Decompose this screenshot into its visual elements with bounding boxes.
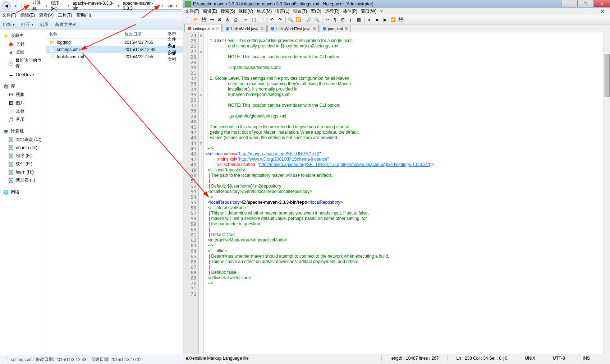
- menu-edit[interactable]: 编辑(E): [20, 12, 35, 18]
- close-tab-icon[interactable]: ⊠: [216, 26, 219, 30]
- nav-desktop[interactable]: 🖥桌面: [0, 48, 46, 56]
- func-list-icon[interactable]: ƒ: [347, 16, 354, 23]
- fast-icon[interactable]: ⏩: [389, 16, 396, 23]
- nav-drive-e[interactable]: 💽程序 (E:): [0, 152, 46, 160]
- nav-back-button[interactable]: ◀: [1, 1, 11, 10]
- col-name[interactable]: 名称: [49, 31, 124, 37]
- menu-view[interactable]: 查看(V): [39, 12, 54, 18]
- dirty-dot-icon: [188, 27, 191, 30]
- record-icon[interactable]: ●: [366, 16, 373, 23]
- vertical-scrollbar[interactable]: [604, 32, 610, 354]
- copy-icon[interactable]: 📋: [250, 16, 257, 23]
- redo-icon[interactable]: ↷: [276, 16, 284, 23]
- drive-icon: 💽: [8, 145, 14, 151]
- menu-tools[interactable]: 工具(T): [58, 12, 72, 18]
- close-file-icon[interactable]: ✖: [216, 16, 223, 23]
- undo-icon[interactable]: ↶: [269, 16, 276, 23]
- print-icon[interactable]: 🖨: [232, 16, 239, 23]
- save-macro-icon[interactable]: 💾: [397, 16, 404, 23]
- menu-edit[interactable]: 编辑(E): [203, 8, 217, 14]
- col-date[interactable]: 修改日期: [124, 31, 168, 37]
- close-tab-icon[interactable]: ⊠: [261, 27, 263, 31]
- menu-settings[interactable]: 设置(T): [293, 8, 307, 14]
- doc-map-icon[interactable]: ▦: [355, 16, 362, 23]
- menu-help[interactable]: 帮助(H): [77, 12, 91, 18]
- recent-icon: 🕓: [8, 61, 13, 66]
- nav-downloads[interactable]: 📥下载: [0, 40, 46, 48]
- nav-network[interactable]: 🌐网络: [0, 188, 46, 196]
- close-tab-icon[interactable]: ⊠: [313, 27, 316, 31]
- menu-plugins[interactable]: 插件(P): [343, 8, 357, 14]
- cut-icon[interactable]: ✂: [242, 16, 249, 23]
- nav-computer[interactable]: 💻计算机: [0, 127, 46, 135]
- menu-file[interactable]: 文件(F): [185, 8, 199, 14]
- scrollbar-thumb[interactable]: [605, 54, 610, 97]
- file-row[interactable]: 📄settings.xml2015/11/3 12:43XML 文档: [46, 46, 183, 53]
- menu-help[interactable]: ?: [380, 9, 383, 14]
- menu-run[interactable]: 运行(R): [325, 8, 340, 14]
- nav-forward-button[interactable]: ▸: [11, 1, 21, 10]
- nav-recent[interactable]: 🕓最近访问的位置: [0, 56, 46, 71]
- nav-favorites[interactable]: ⭐收藏夹: [0, 32, 46, 40]
- replace-icon[interactable]: 🔁: [295, 16, 302, 23]
- editor-tab[interactable]: pom.xml⊠: [320, 25, 351, 32]
- list-header: 名称 修改日期 类型: [46, 30, 183, 39]
- menu-macro[interactable]: 宏(O): [311, 8, 321, 14]
- zoom-out-icon[interactable]: 🔍: [313, 16, 320, 23]
- nav-drive-d[interactable]: 💽ubuntu (D:): [0, 144, 46, 152]
- stop-icon[interactable]: ■: [373, 16, 381, 23]
- breadcrumb-segment[interactable]: 程序 (E:): [49, 0, 71, 11]
- close-tab-icon[interactable]: ⊠: [345, 27, 348, 31]
- code-content[interactable]: | | 1. User Level. This settings.xml fil…: [204, 32, 604, 354]
- play-icon[interactable]: ▶: [381, 16, 389, 23]
- nav-music[interactable]: 🎵音乐: [0, 115, 46, 124]
- menu-search[interactable]: 搜索(S): [221, 8, 235, 14]
- nav-videos[interactable]: 🎞视频: [0, 91, 46, 99]
- burn-button[interactable]: 刻录: [40, 22, 49, 28]
- new-file-icon[interactable]: 📄: [184, 16, 192, 23]
- nav-drive-f[interactable]: 💽软件 (F:): [0, 160, 46, 168]
- editor-tab[interactable]: HelloWorldTest.java⊠: [267, 25, 319, 32]
- close-button[interactable]: ✕: [593, 0, 610, 7]
- menu-language[interactable]: 语言(L): [275, 8, 289, 14]
- file-row[interactable]: 📄toolchains.xml2015/4/22 7:55XML 文档: [46, 53, 183, 60]
- minimize-button[interactable]: —: [561, 0, 578, 7]
- zoom-in-icon[interactable]: 🔎: [305, 16, 312, 23]
- editor-tab[interactable]: settings.xml⊠: [184, 24, 222, 32]
- open-file-icon[interactable]: 📂: [192, 16, 199, 23]
- maximize-button[interactable]: ❐: [577, 0, 594, 7]
- paste-icon[interactable]: 📄: [258, 16, 265, 23]
- wrap-icon[interactable]: ↩: [324, 16, 331, 23]
- menu-file[interactable]: 文件(F): [2, 12, 16, 18]
- show-chars-icon[interactable]: ¶: [331, 16, 339, 23]
- breadcrumb-segment[interactable]: apache-maven-3.3.3-bin: [71, 1, 121, 11]
- menu-format[interactable]: 格式(M): [257, 8, 272, 14]
- menu-window[interactable]: 窗口(W): [361, 8, 376, 14]
- organize-button[interactable]: 组织 ▾: [3, 22, 15, 28]
- file-row[interactable]: 📁logging2015/4/22 7:55文件夹: [46, 39, 183, 46]
- editor-tab[interactable]: HelloWorld.java⊠: [223, 25, 267, 32]
- nav-drive-i[interactable]: 💽新加卷 (I:): [0, 176, 46, 184]
- breadcrumb-segment[interactable]: apache-maven-3.3.3: [121, 1, 165, 11]
- breadcrumb[interactable]: 📁 计算机 程序 (E:) apache-maven-3.3.3-bin apa…: [22, 2, 181, 10]
- nav-drive-c[interactable]: 💽本地磁盘 (C:): [0, 135, 46, 144]
- fold-column[interactable]: ⊟ │ │ ⊟ │ │ │ │ │ │ │ ⊟ │ │ │ │ │ │ │ │ …: [199, 32, 204, 354]
- nav-onedrive[interactable]: ☁OneDrive: [0, 71, 46, 79]
- nav-drive-h[interactable]: 💽learn (H:): [0, 168, 46, 176]
- nav-documents[interactable]: 📄文档: [0, 107, 46, 115]
- save-all-icon[interactable]: 🗃: [208, 16, 215, 23]
- mdi-close-button[interactable]: ✕: [599, 9, 606, 14]
- new-folder-button[interactable]: 新建文件夹: [55, 22, 77, 28]
- indent-guide-icon[interactable]: ⊞: [339, 16, 347, 23]
- editor-area: 24 25 26 27 28 29 30 31 32 33 34 35 36 3…: [183, 32, 610, 354]
- nav-pictures[interactable]: 🖼图片: [0, 99, 46, 107]
- nav-libraries[interactable]: 📚库: [0, 82, 46, 91]
- find-icon[interactable]: 🔍: [287, 16, 294, 23]
- breadcrumb-segment[interactable]: conf: [165, 3, 179, 8]
- open-button[interactable]: 打开 ▾: [21, 22, 33, 28]
- close-all-icon[interactable]: ⊗: [224, 16, 231, 23]
- breadcrumb-segment[interactable]: 计算机: [31, 0, 49, 12]
- menu-view[interactable]: 视图(V): [239, 8, 253, 14]
- file-icon: 📄: [49, 54, 55, 60]
- save-icon[interactable]: 💾: [200, 16, 207, 23]
